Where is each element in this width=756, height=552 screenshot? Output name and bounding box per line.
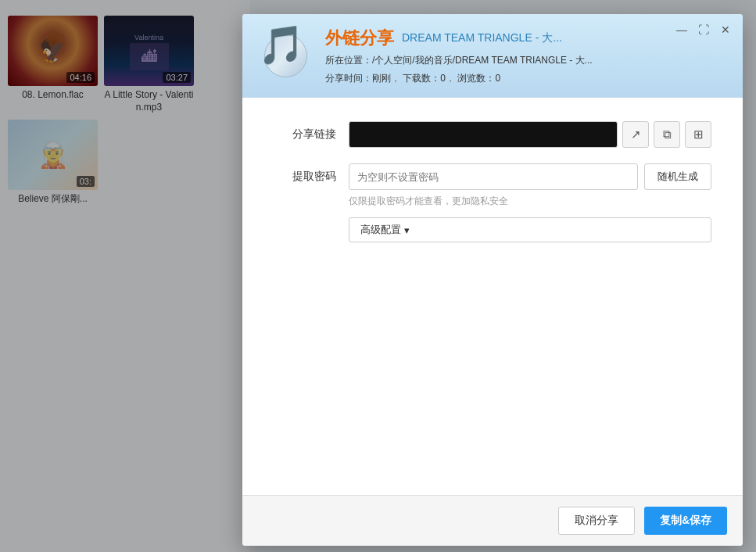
qr-code-button[interactable]: ⊞ [685, 121, 711, 148]
share-time-label: 分享时间： [325, 73, 372, 84]
download-label: 下载数： [403, 73, 440, 84]
share-link-row: 分享链接 ↗ ⧉ ⊞ [274, 121, 711, 148]
dialog-main-title: 外链分享 [325, 27, 394, 50]
download-value: 0 [440, 73, 446, 84]
open-icon: ↗ [631, 127, 641, 142]
dialog-header: 🎵 外链分享 DREAM TEAM TRIANGLE - 大... 所在位置：/… [242, 14, 743, 98]
share-time-value: 刚刚 [372, 73, 391, 84]
password-input[interactable] [349, 163, 638, 190]
open-link-button[interactable]: ↗ [622, 121, 649, 148]
dialog-title-row: 外链分享 DREAM TEAM TRIANGLE - 大... [325, 27, 727, 50]
advanced-label: 高级配置 [360, 223, 401, 237]
maximize-button[interactable]: ⛶ [696, 22, 711, 38]
chevron-down-icon: ▾ [404, 224, 410, 236]
qr-icon: ⊞ [693, 127, 704, 142]
location-value: /个人空间/我的音乐/DREAM TEAM TRIANGLE - 大... [372, 55, 593, 66]
password-hint: 仅限提取密码才能查看，更加隐私安全 [349, 195, 711, 208]
window-controls: — ⛶ ✕ [674, 22, 733, 38]
dialog-location-line: 所在位置：/个人空间/我的音乐/DREAM TEAM TRIANGLE - 大.… [325, 53, 727, 68]
link-control-group: ↗ ⧉ ⊞ [349, 121, 711, 148]
link-input-row: ↗ ⧉ ⊞ [349, 121, 711, 148]
view-value: 0 [495, 73, 500, 84]
close-button[interactable]: ✕ [718, 22, 733, 38]
password-row: 提取密码 随机生成 仅限提取密码才能查看，更加隐私安全 高级配置 ▾ [274, 163, 711, 242]
dialog-subtitle: DREAM TEAM TRIANGLE - 大... [402, 31, 562, 45]
copy-save-button[interactable]: 复制&保存 [644, 507, 727, 535]
dialog-footer: 取消分享 复制&保存 [242, 495, 743, 546]
dialog-header-info: 外链分享 DREAM TEAM TRIANGLE - 大... 所在位置：/个人… [325, 27, 727, 86]
password-input-row: 随机生成 [349, 163, 711, 190]
advanced-config-button[interactable]: 高级配置 ▾ [349, 217, 711, 242]
share-dialog: 🎵 外链分享 DREAM TEAM TRIANGLE - 大... 所在位置：/… [242, 14, 743, 546]
link-label: 分享链接 [274, 121, 336, 142]
dialog-stats-line: 分享时间：刚刚， 下载数：0， 浏览数：0 [325, 71, 727, 86]
music-icon-wrapper: 🎵 [258, 27, 313, 77]
cancel-share-button[interactable]: 取消分享 [558, 507, 635, 535]
random-password-button[interactable]: 随机生成 [644, 163, 711, 190]
music-note-icon: 🎵 [258, 27, 305, 64]
copy-link-button[interactable]: ⧉ [654, 121, 680, 148]
dialog-body: 分享链接 ↗ ⧉ ⊞ 提取密码 [242, 98, 743, 495]
share-link-input[interactable] [349, 121, 618, 148]
copy-icon: ⧉ [663, 127, 672, 142]
password-label: 提取密码 [274, 163, 336, 184]
minimize-button[interactable]: — [674, 22, 690, 38]
password-control-group: 随机生成 仅限提取密码才能查看，更加隐私安全 高级配置 ▾ [349, 163, 711, 242]
location-label: 所在位置： [325, 55, 372, 66]
view-label: 浏览数： [457, 73, 495, 84]
